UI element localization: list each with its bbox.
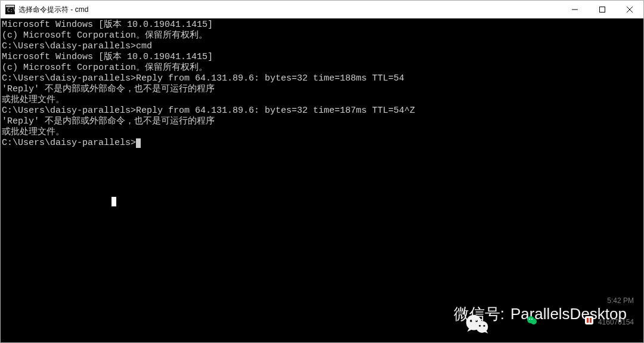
svg-point-9	[470, 320, 472, 322]
selection-cursor	[112, 197, 116, 206]
terminal-line: C:\Users\daisy-parallels>Reply from 64.1…	[2, 106, 642, 116]
titlebar[interactable]: C:\ 选择命令提示符 - cmd	[1, 1, 643, 18]
text-cursor	[136, 138, 141, 148]
svg-point-14	[531, 319, 537, 325]
svg-rect-18	[587, 318, 589, 323]
svg-point-10	[475, 320, 478, 322]
terminal-line: C:\Users\daisy-parallels>cmd	[2, 41, 642, 52]
svg-rect-19	[590, 318, 592, 323]
terminal-line: 或批处理文件。	[2, 127, 642, 138]
terminal-output[interactable]: Microsoft Windows [版本 10.0.19041.1415](c…	[1, 18, 643, 342]
cmd-window: C:\ 选择命令提示符 - cmd Microsoft Windows [版本 …	[0, 0, 644, 343]
svg-point-15	[529, 319, 530, 320]
terminal-line: 或批处理文件。	[2, 95, 642, 106]
svg-text:C:\: C:\	[7, 8, 15, 13]
tray-overlay: 5:42 PM 416070154	[484, 283, 634, 340]
window-controls	[561, 1, 643, 18]
tray-wechat-icon	[484, 304, 537, 340]
terminal-line: 'Reply' 不是内部或外部命令，也不是可运行的程序	[2, 116, 642, 127]
svg-point-16	[531, 319, 532, 320]
tray-time-line1: 5:42 PM	[598, 297, 634, 304]
svg-rect-1	[6, 5, 14, 7]
svg-point-12	[483, 325, 485, 327]
close-button[interactable]	[616, 1, 643, 18]
svg-point-8	[476, 321, 488, 333]
svg-point-7	[466, 315, 481, 330]
svg-rect-17	[585, 316, 593, 325]
watermark-value: ParallelsDesktop	[510, 308, 627, 319]
terminal-line: (c) Microsoft Corporation。保留所有权利。	[2, 30, 642, 41]
wechat-icon	[422, 303, 448, 325]
tray-clock: 5:42 PM 416070154	[598, 283, 634, 340]
svg-point-13	[527, 316, 534, 323]
terminal-line: C:\Users\daisy-parallels>	[2, 138, 642, 149]
svg-point-11	[479, 325, 481, 327]
maximize-button[interactable]	[589, 1, 616, 18]
cmd-app-icon: C:\	[5, 5, 15, 14]
minimize-button[interactable]	[561, 1, 589, 18]
terminal-line: Microsoft Windows [版本 10.0.19041.1415]	[2, 52, 642, 63]
watermark-label: 微信号:	[454, 308, 504, 319]
window-title: 选择命令提示符 - cmd	[18, 1, 561, 18]
terminal-line: 'Reply' 不是内部或外部命令，也不是可运行的程序	[2, 84, 642, 95]
terminal-line: Microsoft Windows [版本 10.0.19041.1415]	[2, 20, 642, 30]
tray-time-line2: 416070154	[598, 319, 634, 326]
terminal-line: (c) Microsoft Corporation。保留所有权利。	[2, 63, 642, 73]
svg-rect-4	[600, 7, 605, 13]
watermark: 微信号: ParallelsDesktop	[422, 303, 627, 325]
terminal-line: C:\Users\daisy-parallels>Reply from 64.1…	[2, 73, 642, 84]
tray-parallels-icon	[541, 304, 595, 340]
